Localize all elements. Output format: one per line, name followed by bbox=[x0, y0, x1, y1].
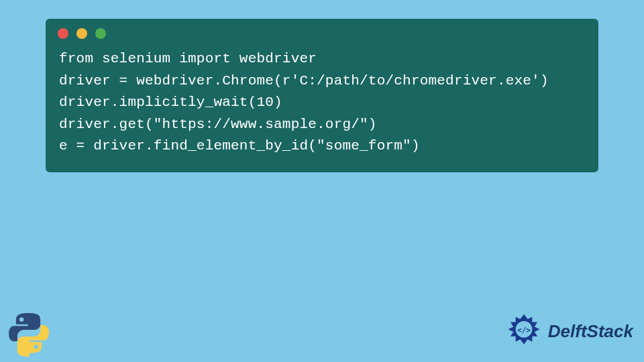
close-icon[interactable] bbox=[58, 28, 68, 39]
code-line: from selenium import webdriver bbox=[59, 48, 585, 70]
svg-text:</>: </> bbox=[517, 326, 531, 335]
code-area: from selenium import webdriver driver = … bbox=[46, 46, 598, 160]
window-titlebar bbox=[46, 19, 598, 46]
brand-footer: </> DelftStack bbox=[505, 312, 633, 350]
code-line: driver = webdriver.Chrome(r'C:/path/to/c… bbox=[59, 70, 585, 93]
delftstack-logo-icon: </> bbox=[505, 312, 543, 350]
maximize-icon[interactable] bbox=[95, 28, 106, 39]
code-line: driver.implicitly_wait(10) bbox=[59, 92, 585, 114]
brand-name: DelftStack bbox=[548, 321, 633, 342]
minimize-icon[interactable] bbox=[76, 28, 87, 39]
python-logo-icon bbox=[5, 310, 52, 357]
code-line: driver.get("https://www.sample.org/") bbox=[59, 114, 585, 136]
code-window: from selenium import webdriver driver = … bbox=[46, 19, 598, 172]
code-line: e = driver.find_element_by_id("some_form… bbox=[59, 135, 585, 158]
